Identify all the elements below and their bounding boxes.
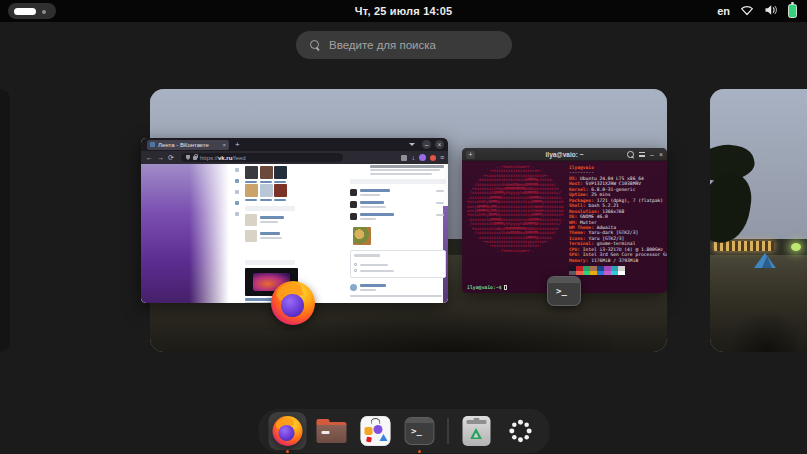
terminal-cursor — [504, 285, 508, 291]
top-bar: Чт, 25 июля 14:05 en — [0, 0, 807, 22]
vk-nav-rail — [233, 168, 241, 223]
vk-photo-thumbnail — [353, 227, 371, 245]
dock-show-apps-button[interactable] — [501, 412, 539, 450]
dock-files-button[interactable] — [312, 412, 350, 450]
app-menu-icon[interactable]: ≡ — [440, 154, 444, 161]
vk-favicon — [150, 142, 155, 147]
terminal-body: .-/+oossssoo+/-. `:+ssssssssssssssssss+:… — [462, 162, 667, 293]
shell-prompt: ilya@vaio:~$ — [467, 285, 507, 291]
clock[interactable]: Чт, 25 июля 14:05 — [0, 0, 807, 22]
dock-trash-button[interactable] — [457, 412, 495, 450]
firefox-window[interactable]: Лента - ВКонтакте × + – × ← → ⟳ https://… — [141, 138, 448, 303]
close-button[interactable]: × — [435, 140, 444, 149]
dock-separator — [447, 418, 448, 444]
neofetch-info: ilya@vaio---------OS: Ubuntu 24.04 LTS x… — [569, 165, 667, 263]
terminal-window[interactable]: + ilya@vaio: ~ – × .-/+oossssoo+/-. `:+s… — [462, 148, 667, 293]
files-icon — [316, 419, 346, 443]
vk-audio-header — [350, 179, 446, 184]
pocket-icon[interactable] — [430, 155, 436, 161]
show-apps-icon — [507, 418, 533, 444]
dock-app-center-button[interactable] — [356, 412, 394, 450]
terminal-window-app-icon[interactable]: >_ — [547, 276, 581, 306]
list-tabs-icon[interactable] — [409, 143, 415, 146]
vk-friend-row — [245, 230, 291, 243]
firefox-tab-bar: Лента - ВКонтакте × + – × — [141, 138, 448, 151]
terminal-menu-icon[interactable] — [639, 152, 645, 157]
wallpaper-green-light — [791, 243, 801, 251]
search-placeholder: Введите для поиска — [329, 39, 436, 51]
vk-friends-grid — [245, 166, 289, 201]
extension-icon[interactable] — [401, 155, 407, 161]
firefox-tab[interactable]: Лента - ВКонтакте × — [147, 140, 229, 150]
dash-dock: >_ — [258, 409, 549, 453]
vk-audio-row — [350, 212, 446, 222]
terminal-close-button[interactable]: × — [659, 148, 663, 161]
running-indicator — [286, 450, 289, 453]
vk-section-header — [245, 260, 295, 265]
vk-audio-row — [350, 200, 446, 210]
app-center-icon — [360, 416, 390, 446]
forward-icon[interactable]: → — [157, 151, 164, 164]
url-bar[interactable]: https://vk.ru/feed — [181, 153, 343, 162]
terminal-minimize-button[interactable]: – — [650, 148, 654, 161]
system-status-area[interactable]: en — [717, 0, 797, 22]
tracking-shield-icon[interactable] — [186, 155, 190, 160]
tab-close-icon[interactable]: × — [222, 142, 226, 148]
dock-firefox-button[interactable] — [268, 412, 306, 450]
volume-icon[interactable] — [764, 2, 778, 20]
vk-friend-row — [245, 214, 291, 227]
reload-icon[interactable]: ⟳ — [168, 151, 174, 164]
vk-post-text — [370, 165, 444, 168]
workspace-thumbnail-left[interactable] — [0, 89, 10, 352]
trash-icon — [462, 416, 490, 446]
account-icon[interactable] — [419, 154, 426, 161]
neofetch-color-palette — [569, 266, 625, 275]
neofetch-ubuntu-ascii-logo: .-/+oossssoo+/-. `:+ssssssssssssssssss+:… — [467, 165, 563, 253]
firefox-nav-bar: ← → ⟳ https://vk.ru/feed ↓ ≡ — [141, 151, 448, 164]
firefox-icon — [272, 416, 302, 446]
workspace-thumbnail-right[interactable] — [710, 89, 807, 352]
running-indicator — [418, 450, 421, 453]
downloads-icon[interactable]: ↓ — [411, 154, 415, 161]
vk-audio-row — [350, 188, 446, 198]
back-icon[interactable]: ← — [146, 151, 153, 164]
dock-terminal-button[interactable]: >_ — [400, 412, 438, 450]
terminal-icon: >_ — [404, 417, 434, 445]
search-icon — [310, 40, 321, 51]
wifi-icon[interactable] — [740, 2, 754, 20]
tab-title: Лента - ВКонтакте — [158, 142, 209, 148]
keyboard-layout-indicator[interactable]: en — [717, 5, 730, 17]
firefox-window-app-icon[interactable] — [271, 281, 315, 325]
vk-left-gradient — [141, 164, 229, 303]
lock-icon[interactable] — [193, 156, 197, 160]
wallpaper-tent — [754, 253, 776, 268]
vk-section-header — [245, 206, 295, 211]
battery-icon[interactable] — [788, 4, 797, 18]
terminal-header-bar: + ilya@vaio: ~ – × — [462, 148, 667, 161]
minimize-button[interactable]: – — [422, 140, 431, 149]
wallpaper-grass — [710, 255, 807, 352]
vk-post-avatar — [350, 284, 357, 291]
terminal-search-icon[interactable] — [627, 151, 634, 158]
url-text: https://vk.ru/feed — [200, 155, 246, 161]
new-tab-button[interactable]: + — [235, 140, 240, 149]
search-input[interactable]: Введите для поиска — [296, 31, 512, 59]
